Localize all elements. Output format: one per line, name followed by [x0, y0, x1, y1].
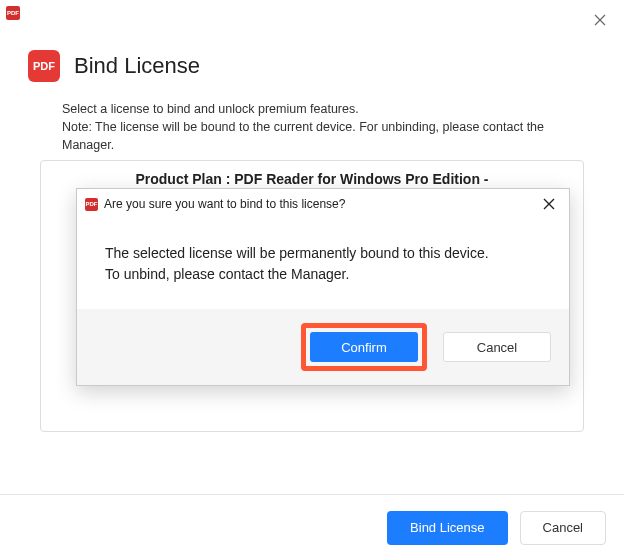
dialog-title: Are you sure you want to bind to this li… [104, 197, 531, 211]
product-plan-label: Product Plan : PDF Reader for Windows Pr… [41, 161, 583, 187]
description-line-2: Note: The license will be bound to the c… [62, 118, 584, 154]
description-text: Select a license to bind and unlock prem… [62, 100, 584, 154]
confirm-highlight: Confirm [301, 323, 427, 371]
header-pdf-icon: PDF [28, 50, 60, 82]
dialog-app-icon: PDF [85, 198, 98, 211]
dialog-close-button[interactable] [537, 192, 561, 216]
app-icon-text: PDF [7, 10, 19, 16]
dialog-body-line-1: The selected license will be permanently… [105, 243, 541, 264]
dialog-icon-text: PDF [86, 201, 98, 207]
dialog-body-line-2: To unbind, please contact the Manager. [105, 264, 541, 285]
app-icon: PDF [6, 6, 20, 20]
main-cancel-button[interactable]: Cancel [520, 511, 606, 545]
window-close-button[interactable] [590, 10, 610, 30]
header-icon-text: PDF [33, 60, 55, 72]
confirm-button[interactable]: Confirm [310, 332, 418, 362]
dialog-footer: Confirm Cancel [77, 309, 569, 385]
dialog-cancel-button[interactable]: Cancel [443, 332, 551, 362]
bind-license-button[interactable]: Bind License [387, 511, 507, 545]
dialog-body: The selected license will be permanently… [77, 219, 569, 309]
close-icon [594, 14, 606, 26]
bottom-toolbar: Bind License Cancel [0, 494, 624, 560]
page-title: Bind License [74, 53, 200, 79]
description-line-1: Select a license to bind and unlock prem… [62, 100, 584, 118]
close-icon [543, 198, 555, 210]
dialog-titlebar: PDF Are you sure you want to bind to thi… [77, 189, 569, 219]
confirm-dialog: PDF Are you sure you want to bind to thi… [76, 188, 570, 386]
